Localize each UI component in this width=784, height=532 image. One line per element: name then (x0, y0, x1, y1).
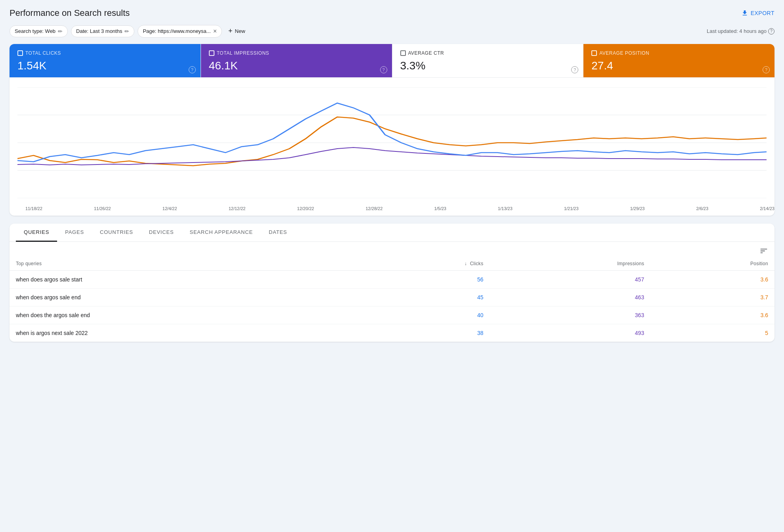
position-cell: 3.6 (650, 270, 774, 288)
clicks-value: 1.54K (17, 59, 193, 73)
table-toolbar (10, 242, 774, 257)
query-header: Top queries (10, 257, 361, 271)
impressions-label: Total impressions (209, 50, 384, 56)
edit-date-icon: ✏ (124, 28, 129, 34)
table-header-row: Top queries ↓ Clicks Impressions Positio… (10, 257, 774, 271)
performance-chart (17, 87, 767, 198)
search-type-filter[interactable]: Search type: Web ✏ (10, 25, 68, 37)
clicks-checkbox (17, 50, 23, 56)
ctr-metric[interactable]: Average CTR 3.3% ? (392, 44, 584, 77)
x-axis-labels: 11/18/22 11/26/22 12/4/22 12/12/22 12/20… (10, 205, 774, 211)
impressions-header: Impressions (490, 257, 650, 271)
page-filter[interactable]: Page: https://www.moneysa... × (138, 25, 222, 38)
clicks-line (17, 103, 767, 162)
position-label: Average position (591, 50, 767, 56)
impressions-help-icon[interactable]: ? (380, 66, 387, 73)
query-cell: when is argos next sale 2022 (10, 324, 361, 342)
page-container: Performance on Search results EXPORT Sea… (0, 0, 784, 350)
plus-icon: + (228, 27, 233, 35)
queries-table: Top queries ↓ Clicks Impressions Positio… (10, 257, 774, 342)
tab-search-appearance[interactable]: SEARCH APPEARANCE (182, 224, 261, 242)
ctr-label: Average CTR (400, 50, 576, 56)
table-row: when does argos sale end 45 463 3.7 (10, 288, 774, 306)
metrics-row: Total clicks 1.54K ? Total impressions 4… (10, 44, 774, 78)
export-button[interactable]: EXPORT (741, 10, 774, 17)
clicks-help-icon[interactable]: ? (189, 66, 196, 73)
table-row: when is argos next sale 2022 38 493 5 (10, 324, 774, 342)
clicks-cell: 38 (361, 324, 490, 342)
impressions-cell: 463 (490, 288, 650, 306)
tab-queries[interactable]: QUERIES (16, 224, 57, 242)
impressions-value: 46.1K (209, 59, 384, 73)
position-checkbox (591, 50, 597, 56)
clicks-cell: 40 (361, 306, 490, 324)
edit-search-type-icon: ✏ (58, 28, 63, 34)
tab-dates[interactable]: DATES (261, 224, 295, 242)
download-icon (741, 10, 748, 17)
ctr-checkbox (400, 50, 406, 56)
impressions-cell: 493 (490, 324, 650, 342)
impressions-cell: 363 (490, 306, 650, 324)
position-cell: 3.6 (650, 306, 774, 324)
tab-countries[interactable]: COUNTRIES (92, 224, 141, 242)
help-icon: ? (768, 28, 774, 34)
query-cell: when does the argos sale end (10, 306, 361, 324)
clicks-cell: 45 (361, 288, 490, 306)
clicks-header[interactable]: ↓ Clicks (361, 257, 490, 271)
impressions-checkbox (209, 50, 214, 56)
page-header: Performance on Search results EXPORT (10, 8, 774, 18)
filter-icon (759, 247, 768, 255)
table-filter-button[interactable] (759, 247, 768, 255)
position-line (17, 117, 767, 166)
position-cell: 5 (650, 324, 774, 342)
impressions-line (17, 147, 767, 165)
page-title: Performance on Search results (10, 8, 130, 18)
position-metric[interactable]: Average position 27.4 ? (583, 44, 774, 77)
tab-pages[interactable]: PAGES (57, 224, 92, 242)
tab-devices[interactable]: DEVICES (141, 224, 182, 242)
ctr-help-icon[interactable]: ? (571, 66, 578, 73)
ctr-value: 3.3% (400, 59, 576, 73)
add-filter-button[interactable]: + New (225, 25, 249, 38)
table-row: when does the argos sale end 40 363 3.6 (10, 306, 774, 324)
last-updated-text: Last updated: 4 hours ago ? (707, 28, 774, 34)
remove-page-filter-icon[interactable]: × (213, 28, 217, 35)
position-help-icon[interactable]: ? (763, 66, 770, 73)
sort-down-icon: ↓ (465, 261, 467, 266)
clicks-label: Total clicks (17, 50, 193, 56)
impressions-cell: 457 (490, 270, 650, 288)
table-row: when does argos sale start 56 457 3.6 (10, 270, 774, 288)
clicks-metric[interactable]: Total clicks 1.54K ? (10, 44, 201, 77)
position-cell: 3.7 (650, 288, 774, 306)
filter-bar: Search type: Web ✏ Date: Last 3 months ✏… (10, 25, 774, 38)
position-header: Position (650, 257, 774, 271)
date-range-filter[interactable]: Date: Last 3 months ✏ (71, 25, 134, 37)
performance-card: Total clicks 1.54K ? Total impressions 4… (10, 44, 774, 216)
query-cell: when does argos sale start (10, 270, 361, 288)
chart-area (10, 78, 774, 205)
query-cell: when does argos sale end (10, 288, 361, 306)
impressions-metric[interactable]: Total impressions 46.1K ? (201, 44, 392, 77)
table-card: QUERIES PAGES COUNTRIES DEVICES SEARCH A… (10, 224, 774, 342)
tabs-row: QUERIES PAGES COUNTRIES DEVICES SEARCH A… (10, 224, 774, 242)
clicks-cell: 56 (361, 270, 490, 288)
position-value: 27.4 (591, 59, 767, 73)
